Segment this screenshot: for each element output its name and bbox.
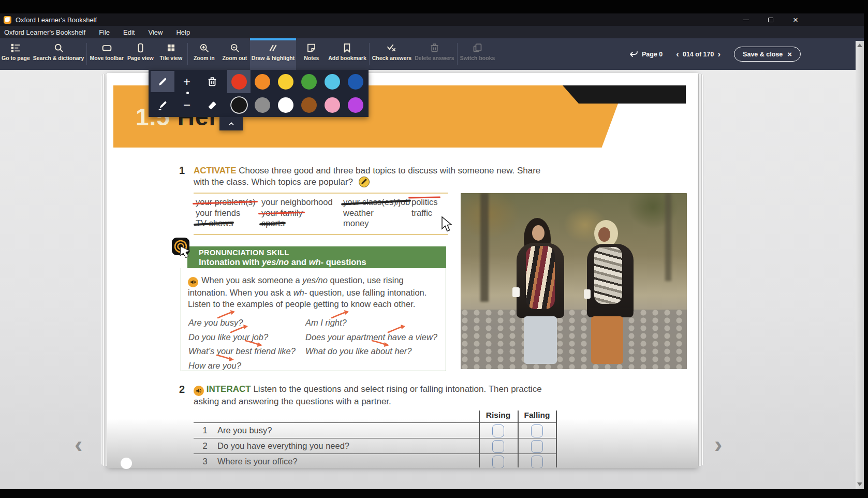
falling-checkbox[interactable] (531, 456, 543, 468)
toolbar-go-to-page-button[interactable]: Go to page (0, 38, 32, 70)
collapse-palette-button[interactable] (219, 117, 243, 130)
toolbar-delete-answers-button: Delete answers (413, 38, 455, 70)
draw-highlight-popup: +− (149, 70, 369, 117)
photo-woman-left-jeans (524, 316, 557, 364)
maximize-button[interactable] (762, 13, 779, 26)
highlighter-tool-button[interactable] (151, 94, 174, 115)
minimize-button[interactable] (737, 13, 755, 26)
scroll-up-icon[interactable] (857, 43, 862, 47)
page-position: ‹ 014 of 170 › (676, 51, 720, 58)
toolbar-tile-view-button[interactable]: Tile view (156, 38, 186, 70)
increase-size-button[interactable]: + (183, 77, 190, 87)
toolbar-notes-button[interactable]: Notes (296, 38, 327, 70)
falling-checkbox[interactable] (531, 440, 543, 453)
topic-item: your family (261, 208, 303, 218)
toolbar-button-label: Go to page (2, 55, 30, 62)
color-swatch-white[interactable] (274, 93, 297, 116)
save-and-close-button[interactable]: Save & close × (734, 47, 801, 62)
check-x-icon (386, 41, 397, 55)
books-icon (472, 41, 483, 55)
audio-icon[interactable] (188, 277, 198, 287)
toolbar-draw-highlight-button[interactable]: Draw & highlight (250, 38, 296, 70)
color-swatch-cyan[interactable] (320, 70, 344, 93)
prev-page-button[interactable]: ‹ (676, 51, 679, 58)
textbook-page: 1.5 Hel 1 ACTIVATE Choose three good and… (107, 73, 698, 468)
color-swatch-brown[interactable] (297, 93, 320, 116)
table-column-line (518, 411, 519, 467)
color-swatch-green[interactable] (297, 70, 320, 93)
swatch-circle (348, 74, 363, 90)
delete-drawings-button[interactable] (200, 71, 224, 92)
skill-heading: PRONUNCIATION SKILL (199, 248, 446, 257)
skill-paragraph: When you ask someone a yes/no question, … (188, 275, 437, 310)
falling-checkbox[interactable] (531, 424, 543, 437)
menubar: Oxford Learner's BookshelfFileEditViewHe… (0, 26, 868, 38)
question-text: Do you have everything you need? (217, 441, 349, 451)
photo-tree (480, 193, 489, 302)
example-question: How are you? (188, 361, 241, 371)
zoom-in-icon (199, 41, 210, 55)
swatch-circle (348, 97, 363, 113)
rising-checkbox[interactable] (492, 424, 504, 437)
previous-page-arrow[interactable]: ‹ (75, 434, 82, 455)
next-page-button[interactable]: › (717, 51, 720, 58)
color-swatch-yellow[interactable] (274, 70, 297, 93)
next-page-arrow[interactable]: › (714, 434, 722, 455)
app-window: Oxford Learner's Bookshelf × Oxford Lear… (0, 0, 868, 498)
page-back-button[interactable]: Page 0 (629, 51, 663, 58)
pen-tool-button[interactable] (151, 71, 174, 92)
menu-item-edit[interactable]: Edit (116, 26, 141, 38)
toolbar-separator (369, 43, 370, 65)
toolbar-button-label: Zoom out (222, 55, 247, 62)
swatch-circle (231, 74, 247, 90)
toolbar-zoom-in-button[interactable]: Zoom in (189, 38, 219, 70)
photo-woman-right-pants (591, 316, 623, 364)
color-swatch-blue[interactable] (344, 70, 367, 93)
scroll-down-icon[interactable] (857, 482, 862, 486)
activity2-number: 2 (179, 384, 185, 396)
example-question: Am I right? (305, 318, 347, 328)
color-swatch-gray[interactable] (251, 93, 274, 116)
menu-item-oxford-learner-s-bookshelf[interactable]: Oxford Learner's Bookshelf (0, 26, 92, 38)
photo-coffee-cup (512, 287, 520, 297)
return-arrow-icon (629, 51, 638, 57)
table-header-row: RisingFalling (194, 411, 557, 423)
rising-checkbox[interactable] (492, 456, 504, 468)
activity1-number: 1 (179, 165, 185, 177)
photo-woman-right-face (598, 227, 610, 242)
toolbar-check-answers-button[interactable]: Check answers (371, 38, 413, 70)
toolbar-separator (86, 43, 87, 65)
color-swatch-black[interactable] (227, 93, 251, 116)
toolbar-page-view-button[interactable]: Page view (125, 38, 156, 70)
toolbar-move-toolbar-button[interactable]: Move toolbar (88, 38, 125, 70)
menu-item-file[interactable]: File (92, 26, 116, 38)
menu-item-view[interactable]: View (141, 26, 169, 38)
toolbar-search-dictionary-button[interactable]: Search & dictionary (32, 38, 86, 70)
color-swatch-red[interactable] (227, 70, 251, 93)
photo-cobblestone-path (461, 310, 687, 369)
topic-item: your neighborhood (261, 197, 333, 207)
audio-icon[interactable] (194, 386, 204, 396)
swatch-circle (278, 74, 293, 90)
toolbar: Go to pageSearch & dictionaryMove toolba… (0, 38, 868, 70)
rising-checkbox[interactable] (492, 440, 504, 453)
color-swatch-purple[interactable] (344, 93, 367, 116)
toolbar-add-bookmark-button[interactable]: Add bookmark (327, 38, 368, 70)
note-icon (306, 41, 317, 55)
grid-icon (166, 41, 176, 55)
eraser-button[interactable] (200, 94, 224, 115)
color-swatch-pink[interactable] (320, 93, 344, 116)
activity2-keyword: INTERACT (207, 384, 251, 394)
trash-icon (429, 41, 440, 55)
intonation-table: RisingFalling1Are you busy?2Do you have … (194, 411, 557, 467)
activity1-text: ACTIVATE Choose three good and three bad… (194, 165, 556, 188)
zoom-out-icon (229, 41, 240, 55)
vertical-scrollbar[interactable] (856, 41, 864, 489)
touch-target-icon[interactable] (171, 237, 192, 258)
strike-mark-red (193, 201, 258, 204)
toolbar-zoom-out-button[interactable]: Zoom out (219, 38, 250, 70)
decrease-size-button[interactable]: − (183, 100, 190, 110)
close-button[interactable]: × (787, 13, 804, 26)
color-swatch-orange[interactable] (251, 70, 274, 93)
menu-item-help[interactable]: Help (169, 26, 197, 38)
